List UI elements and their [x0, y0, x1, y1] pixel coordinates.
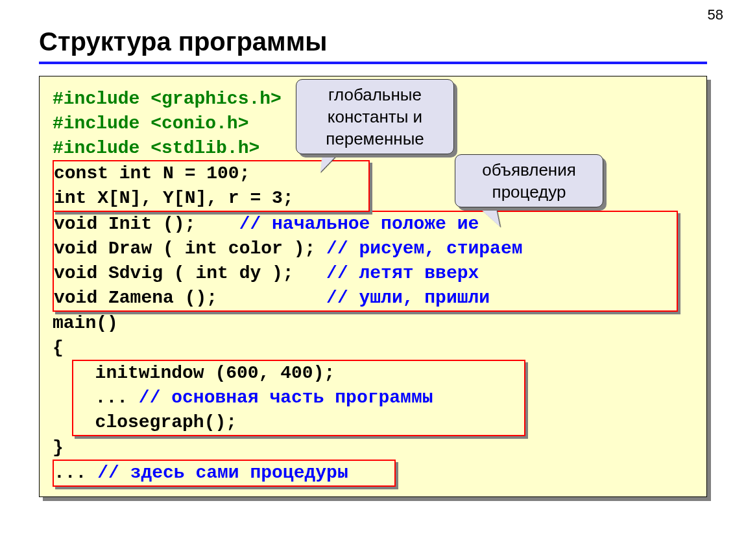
title-underline — [39, 62, 707, 64]
body-line-2: ... // основная часть программы — [73, 386, 524, 410]
callout-globals: глобальные константы и переменные — [296, 79, 454, 154]
procedures-box: void Init (); // начальное положе ие voi… — [53, 211, 678, 312]
proc-line-4: void Zamena (); // ушли, пришли — [54, 286, 677, 310]
code-panel: #include <graphics.h> #include <conio.h>… — [39, 76, 707, 497]
proc-1-sig: void Init (); — [54, 214, 239, 234]
body-line-1: initwindow (600, 400); — [73, 361, 524, 386]
body-line-3: closegraph(); — [73, 410, 524, 435]
proc-line-3: void Sdvig ( int dy ); // летят вверх — [54, 261, 677, 286]
proc-3-comment: // летят вверх — [326, 263, 479, 283]
proc-line-2: void Draw ( int color ); // рисуем, стир… — [54, 237, 677, 261]
proc-3-sig: void Sdvig ( int dy ); — [54, 263, 326, 283]
proc-2-sig: void Draw ( int color ); — [54, 239, 326, 259]
footer-box: ... // здесь сами процедуры — [53, 460, 396, 487]
proc-4-sig: void Zamena (); — [54, 288, 326, 308]
main-line-2: { — [53, 336, 693, 360]
footer-line: ... // здесь сами процедуры — [54, 461, 394, 485]
main-line-1: main() — [53, 311, 693, 336]
globals-line-2: int X[N], Y[N], r = 3; — [54, 186, 368, 211]
callout-procedures: объявления процедур — [455, 154, 603, 207]
body-2-code: ... — [73, 388, 139, 408]
proc-1-comment: // начальное положе ие — [239, 214, 479, 234]
main-line-4: } — [53, 436, 693, 460]
slide: 58 Структура программы #include <graphic… — [0, 0, 746, 560]
footer-code: ... — [54, 463, 97, 483]
body-2-comment: // основная часть программы — [139, 388, 433, 408]
slide-title: Структура программы — [39, 27, 707, 56]
footer-comment: // здесь сами процедуры — [97, 463, 348, 483]
page-number: 58 — [708, 6, 723, 23]
proc-line-1: void Init (); // начальное положе ие — [54, 212, 677, 237]
proc-2-comment: // рисуем, стираем — [326, 239, 522, 259]
proc-4-comment: // ушли, пришли — [326, 288, 490, 308]
main-body-box: initwindow (600, 400); ... // основная ч… — [72, 360, 525, 436]
